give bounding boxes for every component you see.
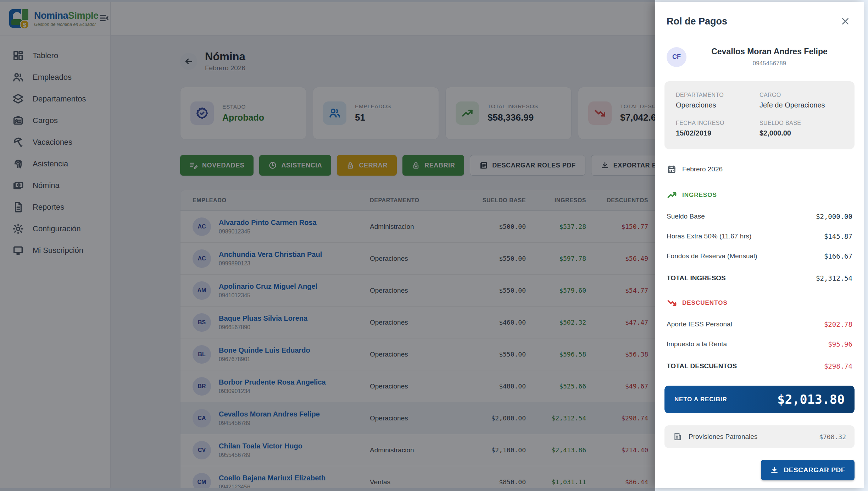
item-label: Impuesto a la Renta [667, 340, 727, 348]
item-label: Horas Extra 50% (11.67 hrs) [667, 232, 751, 240]
total-descuentos-label: TOTAL DESCUENTOS [667, 362, 737, 370]
item-value: $166.67 [824, 252, 852, 260]
total-descuentos-value: $298.74 [824, 362, 852, 370]
close-icon [841, 17, 850, 26]
item-label: Fondos de Reserva (Mensual) [667, 252, 757, 260]
total-descuentos-row: TOTAL DESCUENTOS $298.74 [664, 362, 855, 370]
employee-id: 0945456789 [686, 60, 852, 67]
employee-summary: CF Cevallos Moran Andres Felipe 09454567… [664, 47, 855, 67]
item-value: $2,000.00 [816, 213, 852, 220]
neto-a-recibir-bar: NETO A RECIBIR $2,013.80 [664, 386, 855, 413]
building-icon [673, 432, 682, 441]
ingresos-header-label: INGRESOS [682, 192, 717, 199]
ingresos-section-header: INGRESOS [664, 190, 855, 200]
ingreso-item: Fondos de Reserva (Mensual) $166.67 [664, 252, 855, 260]
trending-up-icon [667, 190, 677, 200]
item-label: Sueldo Base [667, 213, 705, 220]
item-label: Aporte IESS Personal [667, 320, 732, 328]
descargar-pdf-button[interactable]: DESCARGAR PDF [761, 460, 855, 480]
drawer-title: Rol de Pagos [667, 16, 727, 27]
period-value: Febrero 2026 [682, 165, 723, 173]
sueldo-base-value: $2,000.00 [760, 129, 843, 137]
trending-down-icon [667, 298, 677, 308]
sueldo-base-label: SUELDO BASE [760, 120, 843, 126]
fecha-ingreso-value: 15/02/2019 [676, 129, 760, 137]
drawer-backdrop[interactable] [0, 0, 655, 491]
provisiones-label: Provisiones Patronales [689, 433, 757, 441]
provisiones-patronales-row[interactable]: Provisiones Patronales $708.32 [664, 425, 855, 448]
departamento-value: Operaciones [676, 101, 760, 109]
close-button[interactable] [838, 14, 852, 28]
calendar-icon [667, 164, 677, 174]
employee-info-box: DEPARTAMENTO Operaciones CARGO Jefe de O… [664, 81, 855, 149]
ingreso-item: Horas Extra 50% (11.67 hrs) $145.87 [664, 232, 855, 240]
total-ingresos-value: $2,312.54 [816, 274, 852, 282]
fecha-ingreso-label: FECHA INGRESO [676, 120, 760, 126]
item-value: $95.96 [828, 340, 852, 348]
neto-value: $2,013.80 [777, 392, 845, 407]
item-value: $202.78 [824, 320, 852, 328]
descuento-item: Impuesto a la Renta $95.96 [664, 340, 855, 348]
provisiones-value: $708.32 [819, 433, 846, 441]
ingreso-item: Sueldo Base $2,000.00 [664, 213, 855, 220]
rol-de-pagos-drawer: Rol de Pagos CF Cevallos Moran Andres Fe… [655, 2, 864, 488]
descargar-pdf-label: DESCARGAR PDF [784, 466, 845, 474]
period-row: Febrero 2026 [664, 164, 855, 174]
item-value: $145.87 [824, 232, 852, 240]
descuentos-section-header: DESCUENTOS [664, 298, 855, 308]
total-ingresos-row: TOTAL INGRESOS $2,312.54 [664, 274, 855, 282]
total-ingresos-label: TOTAL INGRESOS [667, 274, 726, 282]
descuentos-header-label: DESCUENTOS [682, 299, 728, 307]
cargo-value: Jefe de Operaciones [760, 101, 843, 109]
departamento-label: DEPARTAMENTO [676, 92, 760, 98]
employee-name: Cevallos Moran Andres Felipe [686, 47, 852, 56]
cargo-label: CARGO [760, 92, 843, 98]
descuento-item: Aporte IESS Personal $202.78 [664, 320, 855, 328]
avatar: CF [667, 47, 686, 67]
download-icon [770, 466, 779, 474]
neto-label: NETO A RECIBIR [674, 396, 727, 403]
